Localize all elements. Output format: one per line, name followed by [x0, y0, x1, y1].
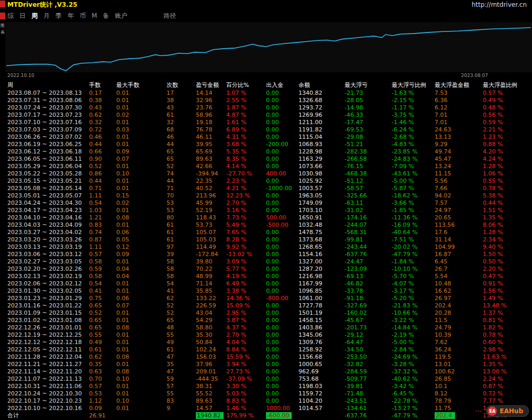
menu-item-周[interactable]: 周 — [31, 12, 38, 20]
table-header-row: 周手数最大手数次数盈亏金额百分比%出入金余额最大浮亏最大浮亏比例最大浮盈金额最大… — [5, 81, 532, 89]
menu-item-备[interactable]: 备 — [103, 12, 109, 20]
eahub-watermark: ⋯ EA EAHub — [475, 405, 529, 417]
menu-item-path[interactable]: 路径 — [163, 12, 176, 20]
table-row[interactable]: 2023.06.05 ~ 2023.06.11 0.90 0.07 65 89.… — [5, 155, 532, 162]
menu-item-账户[interactable]: 账户 — [115, 12, 127, 20]
equity-chart-svg — [5, 22, 532, 72]
rail-tab-1[interactable]: 图 — [1, 23, 5, 28]
table-row[interactable]: 2023.06.19 ~ 2023.06.25 0.44 0.01 44 39.… — [5, 140, 532, 148]
table-row[interactable]: 2023.07.10 ~ 2023.07.16 0.32 0.01 32 19.… — [5, 118, 532, 126]
cell-pnl: 102.24 — [196, 346, 226, 353]
cell-lots: 0.59 — [89, 266, 116, 272]
cell-lots: 0.74 — [89, 229, 116, 236]
table-row[interactable]: 2023.05.29 ~ 2023.06.04 0.52 0.01 52 42.… — [5, 162, 532, 170]
table-row[interactable]: 2023.06.12 ~ 2023.06.18 0.66 0.09 65 65.… — [5, 148, 532, 155]
cell-max-float-loss-pct: -47.79 % — [392, 251, 435, 258]
cell-max-float-loss: -284.59 — [345, 368, 392, 375]
cell-count: 43 — [167, 104, 196, 111]
cell-max-float-loss: -69.13 — [345, 273, 392, 280]
table-row[interactable]: 2022.12.19 ~ 2022.12.25 0.55 0.01 55 35.… — [5, 331, 532, 338]
table-row[interactable]: 2023.07.24 ~ 2023.07.30 0.43 0.01 43 23.… — [5, 104, 532, 111]
cell-flow: 0.00 — [266, 251, 298, 258]
table-row[interactable]: 2022.11.07 ~ 2022.11.13 0.70 0.10 59 -44… — [5, 375, 532, 382]
table-row[interactable]: 2023.03.06 ~ 2023.03.12 0.57 0.09 39 -17… — [5, 250, 532, 258]
table-row[interactable]: 2023.02.27 ~ 2023.03.05 0.58 0.01 58 39.… — [5, 258, 532, 265]
table-row[interactable]: 2023.01.30 ~ 2023.02.05 0.41 0.01 41 35.… — [5, 287, 532, 294]
cell-period: 2022.10.24 ~ 2022.10.30 — [7, 390, 89, 397]
table-row[interactable]: 2023.01.09 ~ 2023.01.15 0.52 0.01 52 43.… — [5, 309, 532, 316]
cell-count: 74 — [167, 170, 196, 177]
table-row[interactable]: 2023.05.15 ~ 2023.05.21 0.44 0.01 44 22.… — [5, 177, 532, 184]
table-row[interactable]: 2022.12.12 ~ 2022.12.18 0.49 0.01 49 50.… — [5, 338, 532, 346]
cell-max-float-loss-pct: -14.84 % — [392, 324, 435, 331]
table-row[interactable]: 2022.11.14 ~ 2022.11.20 0.63 0.08 47 209… — [5, 368, 532, 375]
eahub-logo-icon: EA — [487, 406, 497, 416]
cell-period: 2023.07.03 ~ 2023.07.09 — [7, 126, 89, 133]
table-row[interactable]: 2023.01.02 ~ 2023.01.08 0.65 0.01 65 54.… — [5, 316, 532, 324]
table-row[interactable]: 2023.05.08 ~ 2023.05.14 0.71 0.01 71 40.… — [5, 184, 532, 192]
table-row[interactable]: 2023.06.26 ~ 2023.07.02 0.46 0.01 46 46.… — [5, 133, 532, 140]
menu-item-M[interactable]: M — [92, 12, 97, 19]
cell-max-float-loss-pct: -2.68 % — [392, 134, 435, 140]
menu-item-综[interactable]: 综 — [7, 12, 14, 20]
cell-balance: 1749.09 — [298, 200, 345, 206]
table-row[interactable]: 2023.03.13 ~ 2023.03.19 1.11 0.12 97 114… — [5, 243, 532, 250]
cell-max-lots: 0.01 — [116, 185, 167, 192]
table-row[interactable]: 2022.10.17 ~ 2022.10.23 1.12 0.10 83 89.… — [5, 397, 532, 404]
cell-max-float-loss-pct: -5.20 % — [392, 295, 435, 302]
table-row[interactable]: 2023.07.17 ~ 2023.07.23 0.62 0.02 61 58.… — [5, 111, 532, 118]
cell-max-float-profit-pct: 4.24 % — [483, 156, 525, 162]
cell-count: 54 — [167, 280, 196, 287]
table-row[interactable]: 2022.10.10 ~ 2022.10.16 0.09 0.01 9 14.5… — [5, 404, 532, 412]
table-row[interactable]: 2022.10.24 ~ 2022.10.30 0.53 0.01 55 55.… — [5, 390, 532, 397]
table-row[interactable]: 2023.03.20 ~ 2023.03.26 0.87 0.05 61 105… — [5, 236, 532, 243]
cell-max-float-loss: -244.07 — [345, 222, 392, 228]
table-row[interactable]: 2022.11.21 ~ 2022.11.27 0.35 0.01 35 37.… — [5, 360, 532, 368]
cell-max-lots: 0.01 — [116, 90, 167, 96]
cell-pct: 5.03 % — [226, 390, 266, 397]
cell-max-float-loss-pct: -43.61 % — [392, 170, 435, 177]
cell-max-float-profit-pct: 0.60 % — [483, 339, 525, 346]
table-row[interactable]: 2023.07.03 ~ 2023.07.09 0.72 0.03 68 76.… — [5, 126, 532, 133]
table-row[interactable]: 2023.02.06 ~ 2023.02.12 0.54 0.01 54 71.… — [5, 280, 532, 287]
table-row[interactable]: 2023.07.31 ~ 2023.08.06 0.38 0.01 38 32.… — [5, 96, 532, 104]
table-row[interactable]: 2023.01.23 ~ 2023.01.29 0.75 0.06 62 133… — [5, 294, 532, 302]
menu-item-季[interactable]: 季 — [56, 12, 62, 20]
menu-item-日[interactable]: 日 — [19, 12, 26, 20]
table-row[interactable]: 2022.12.26 ~ 2023.01.01 0.65 0.08 48 58.… — [5, 324, 532, 331]
cell-max-float-profit: 7.01 — [435, 119, 483, 126]
cell-balance: 1211.00 — [298, 119, 345, 126]
menu-item-年[interactable]: 年 — [68, 12, 74, 20]
table-row[interactable]: 2023.01.16 ~ 2023.01.22 0.65 0.07 52 226… — [5, 302, 532, 309]
table-row[interactable]: 2022.10.31 ~ 2022.11.06 0.57 0.01 57 38.… — [5, 382, 532, 390]
table-row[interactable]: 2023.08.07 ~ 2023.08.13 0.17 0.01 17 14.… — [5, 89, 532, 96]
rail-red-badge-menu[interactable] — [0, 13, 5, 19]
cell-max-float-profit-pct: 0.78 % — [483, 331, 525, 338]
cell-pct: 4.31 % — [226, 134, 266, 140]
table-row[interactable]: 2023.04.24 ~ 2023.04.30 0.54 0.02 53 45.… — [5, 199, 532, 206]
cell-max-lots: 0.01 — [116, 104, 167, 111]
menu-item-月[interactable]: 月 — [43, 12, 50, 20]
rail-tab-2[interactable]: 表 — [1, 30, 5, 35]
app-url-link[interactable]: http://mtdriver.cn — [472, 1, 527, 8]
cell-max-float-loss-pct: -3.75 % — [392, 112, 435, 118]
cell-pct: 7.65 % — [226, 229, 266, 236]
table-row[interactable]: 2023.04.17 ~ 2023.04.23 1.03 0.01 53 52.… — [5, 206, 532, 214]
table-row[interactable]: 2023.03.27 ~ 2023.04.02 0.74 0.06 61 105… — [5, 228, 532, 236]
table-row[interactable]: 2023.05.22 ~ 2023.05.28 0.86 0.10 74 -39… — [5, 170, 532, 177]
table-row[interactable]: 2023.02.13 ~ 2023.02.19 0.58 0.04 58 48.… — [5, 272, 532, 280]
cell-max-float-profit: 10.48 — [435, 280, 483, 287]
cell-flow: 0.00 — [266, 266, 298, 272]
table-row[interactable]: 2023.02.20 ~ 2023.02.26 0.59 0.04 58 70.… — [5, 265, 532, 272]
cell-max-float-profit: 9.29 — [435, 141, 483, 148]
table-row[interactable]: 2023.04.10 ~ 2023.04.16 1.21 0.08 80 118… — [5, 214, 532, 221]
table-row[interactable]: 2022.12.05 ~ 2022.12.11 0.61 0.01 61 102… — [5, 346, 532, 353]
rail-red-badge-top[interactable] — [0, 1, 5, 7]
table-row[interactable]: 2023.05.01 ~ 2023.05.07 1.11 0.15 70 213… — [5, 192, 532, 199]
menu-item-币[interactable]: 币 — [80, 12, 86, 20]
cell-pnl: 48.99 — [196, 273, 226, 280]
table-row[interactable]: 2022.11.28 ~ 2022.12.04 0.62 0.08 47 156… — [5, 353, 532, 360]
cell-max-float-profit: 13.13 — [435, 134, 483, 140]
table-row[interactable]: 2023.04.03 ~ 2023.04.09 0.83 0.01 61 53.… — [5, 221, 532, 228]
cell-balance: 1115.04 — [298, 134, 345, 140]
